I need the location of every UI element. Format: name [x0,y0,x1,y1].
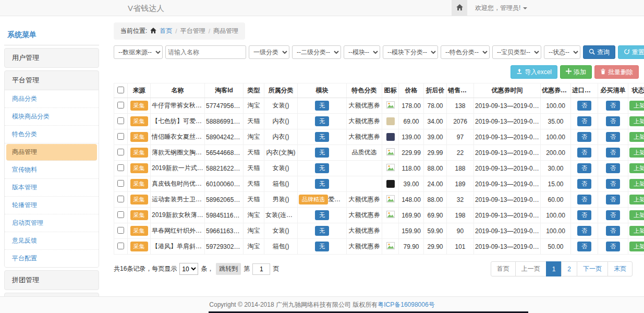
import-select-toggle[interactable]: 否 [577,132,591,142]
import-excel-button[interactable]: 导入excel [511,65,557,79]
import-select-toggle[interactable]: 否 [577,210,591,220]
row-checkbox[interactable] [117,117,124,124]
must-buy-toggle[interactable]: 否 [606,195,620,204]
must-buy-toggle[interactable]: 否 [606,210,620,220]
sidebar-item[interactable]: 商品分类 [5,90,99,108]
row-checkbox[interactable] [117,211,124,218]
cell-price: 79.90 [399,239,424,255]
filter-select[interactable]: --宝贝类型-- [492,45,541,59]
refresh-icon [624,49,630,56]
sidebar-item[interactable]: 平台配置 [5,250,99,267]
import-select-toggle[interactable]: 否 [577,226,591,236]
cell-price: 69.00 [399,114,424,129]
must-buy-toggle[interactable]: 否 [606,179,620,189]
status-button[interactable]: 上架 [629,226,644,236]
import-select-toggle[interactable]: 否 [577,116,591,126]
row-checkbox[interactable] [117,227,124,234]
cell-source: 采集 [128,176,151,192]
filter-select[interactable]: --状态-- [544,45,580,59]
cell-icon [382,98,399,114]
filter-select[interactable]: --模块-- [344,45,380,59]
row-checkbox[interactable] [117,243,124,249]
status-button[interactable]: 上架 [629,116,644,126]
import-select-toggle[interactable]: 否 [577,195,591,204]
status-button[interactable]: 上架 [629,210,644,220]
cell-icon [382,239,399,255]
row-checkbox[interactable] [117,133,124,140]
row-checkbox[interactable] [117,149,124,155]
home-button[interactable] [452,0,467,16]
status-button[interactable]: 上架 [629,163,644,173]
status-button[interactable]: 上架 [629,101,644,111]
cell-type: 天猫 [244,145,264,161]
filter-select[interactable]: 一级分类 [249,45,289,59]
import-select-toggle[interactable]: 否 [577,242,591,251]
cell-type: 淘宝 [244,223,264,239]
import-select-toggle[interactable]: 否 [577,179,591,189]
icp-link[interactable]: 粤ICP备16098006号 [378,301,434,308]
sidebar-item[interactable]: 启动页管理 [5,214,99,232]
sidebar-item[interactable]: 版本管理 [5,179,99,197]
cell-feature: 大额优惠券 [347,114,382,129]
row-checkbox[interactable] [117,180,124,187]
must-buy-toggle[interactable]: 否 [606,242,620,251]
reset-button[interactable]: 重置 [618,45,644,59]
select-all-checkbox[interactable] [117,87,124,93]
filter-select[interactable]: --二级分类-- [292,45,341,59]
cell-coupon-amount: 50.00 [541,239,571,255]
pager-button[interactable]: 1 [546,261,562,276]
pager-button[interactable]: 上一页 [515,261,546,276]
cell-type: 淘宝 [244,239,264,255]
sidebar-item[interactable]: 模块商品分类 [5,108,99,126]
page-size-select[interactable]: 10 [179,263,198,275]
cell-feature: 品质优选 [347,145,382,161]
sidebar-submenu: 商品分类模块商品分类特色分类商品管理宣传物料版本管理轮播管理启动页管理意见反馈平… [5,90,99,267]
jump-button[interactable]: 跳转到 [216,263,241,275]
search-button[interactable]: 查询 [583,45,615,59]
breadcrumb-separator: / [175,28,177,35]
status-button[interactable]: 上架 [629,148,644,158]
row-checkbox[interactable] [117,164,124,171]
pager-button[interactable]: 2 [561,261,577,276]
import-select-toggle[interactable]: 否 [577,163,591,173]
must-buy-toggle[interactable]: 否 [606,226,620,236]
sidebar-item[interactable]: 宣传物料 [5,161,99,179]
status-button[interactable]: 上架 [629,179,644,189]
breadcrumb-home-link[interactable]: 首页 [160,27,172,35]
filter-select[interactable]: --特色分类-- [441,45,490,59]
must-buy-toggle[interactable]: 否 [606,132,620,142]
filter-select[interactable]: --数据来源-- [114,45,163,59]
pager-button[interactable]: 首页 [491,261,516,276]
filter-select[interactable]: --模块下分类-- [383,45,438,59]
cell-category: 男装() [264,192,298,208]
import-select-toggle[interactable]: 否 [577,148,591,158]
row-checkbox[interactable] [117,102,124,109]
must-buy-toggle[interactable]: 否 [606,163,620,173]
sidebar-group-header[interactable]: 拼团管理 [5,271,99,290]
cell-category: 女装() [264,98,298,114]
add-button[interactable]: 添加 [560,65,592,79]
image-placeholder-icon [386,150,395,157]
pager-button[interactable]: 下一页 [577,261,608,276]
user-menu[interactable]: 欢迎您，管理员! [475,4,527,13]
status-button[interactable]: 上架 [629,132,644,142]
sidebar-group-header[interactable]: 平台管理 [5,71,99,90]
cell-sales: 138 [447,98,474,114]
must-buy-toggle[interactable]: 否 [606,101,620,111]
row-checkbox[interactable] [117,196,124,202]
name-search-input[interactable] [165,45,246,59]
jump-page-input[interactable] [252,263,270,275]
status-button[interactable]: 上架 [629,195,644,204]
batch-delete-button[interactable]: 批量删除 [594,65,639,79]
status-button[interactable]: 上架 [629,242,644,251]
sidebar-item[interactable]: 特色分类 [5,126,99,143]
pager-button[interactable]: 末页 [607,261,633,276]
import-select-toggle[interactable]: 否 [577,101,591,111]
cell-source: 采集 [128,98,151,114]
must-buy-toggle[interactable]: 否 [606,116,620,126]
sidebar-item[interactable]: 意见反馈 [5,232,99,250]
sidebar-item[interactable]: 轮播管理 [5,197,99,214]
must-buy-toggle[interactable]: 否 [606,148,620,158]
sidebar-item[interactable]: 商品管理 [6,144,97,161]
sidebar-group-header[interactable]: 用户管理 [5,49,99,67]
